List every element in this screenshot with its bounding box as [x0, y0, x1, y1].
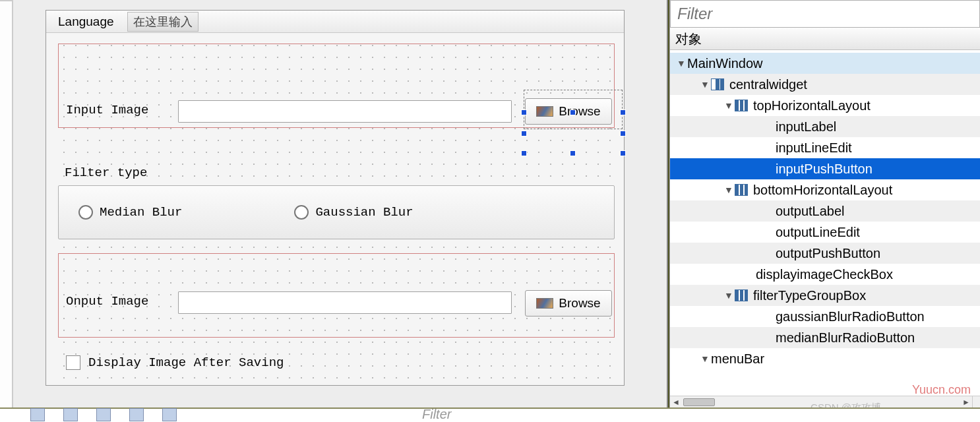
tree-row-inputLabel[interactable]: inputLabel [670, 116, 980, 137]
column-header-object[interactable]: 对象 [670, 28, 980, 50]
selection-outline [524, 90, 623, 129]
taskbar-icon[interactable] [162, 408, 177, 421]
menu-type-here[interactable]: 在这里输入 [127, 12, 199, 32]
gaussian-blur-radio[interactable]: Gaussian Blur [294, 205, 413, 220]
median-blur-radio[interactable]: Median Blur [78, 205, 182, 220]
tree-row-bottomHorizontalLayout[interactable]: ▼ bottomHorizontalLayout [670, 179, 980, 200]
taskbar-icon[interactable] [129, 408, 144, 421]
object-inspector[interactable]: 对象 ▼ MainWindow ▼ centralwidget ▼ topHor… [669, 0, 980, 407]
tree-row-menuBar[interactable]: ▼ menuBar [670, 348, 980, 369]
scroll-left-icon[interactable]: ◄ [670, 397, 682, 407]
menu-bar[interactable]: Language 在这里输入 [46, 11, 624, 33]
tree-row-displayimageCheckBox[interactable]: displayimageCheckBox [670, 264, 980, 285]
tree-row-outputPushButton[interactable]: outputPushButton [670, 243, 980, 264]
object-tree[interactable]: ▼ MainWindow ▼ centralwidget ▼ topHorizo… [670, 53, 980, 396]
main-window-form[interactable]: Language 在这里输入 Input Image Browse [46, 10, 625, 386]
median-blur-label: Median Blur [100, 205, 182, 220]
tree-row-centralwidget[interactable]: ▼ centralwidget [670, 74, 980, 95]
expander-icon[interactable]: ▼ [723, 185, 735, 195]
taskbar-icon[interactable] [30, 408, 45, 421]
tree-row-medianBlurRadioButton[interactable]: medianBlurRadioButton [670, 327, 980, 348]
expander-icon[interactable]: ▼ [723, 290, 735, 301]
output-line-edit[interactable] [178, 291, 512, 314]
tree-row-gaussianBlurRadioButton[interactable]: gaussianBlurRadioButton [670, 306, 980, 327]
radio-icon [78, 205, 93, 220]
tree-row-filterTypeGroupBox[interactable]: ▼ filterTypeGroupBox [670, 285, 980, 306]
left-gutter [0, 0, 13, 407]
image-icon [536, 298, 553, 309]
filter-type-groupbox[interactable]: Median Blur Gaussian Blur [58, 185, 615, 239]
checkbox-icon [66, 355, 80, 370]
gaussian-blur-label: Gaussian Blur [315, 205, 413, 220]
tree-row-outputLineEdit[interactable]: outputLineEdit [670, 222, 980, 243]
browse-label: Browse [559, 296, 600, 311]
tree-row-inputLineEdit[interactable]: inputLineEdit [670, 137, 980, 158]
tree-row-mainwindow[interactable]: ▼ MainWindow [670, 53, 980, 74]
filter-input[interactable] [670, 0, 980, 28]
radio-icon [294, 205, 309, 220]
tree-row-outputLabel[interactable]: outputLabel [670, 200, 980, 222]
output-push-button[interactable]: Browse [525, 290, 612, 316]
watermark: Yuucn.com [912, 383, 971, 397]
taskbar-icon[interactable] [96, 408, 111, 421]
bottom-filter-text: Filter [422, 407, 451, 422]
tree-row-inputPushButton[interactable]: inputPushButton [670, 158, 980, 179]
filter-type-label: Filter type [65, 166, 147, 180]
hlayout-icon [735, 289, 748, 301]
taskbar-icon[interactable] [63, 408, 78, 421]
display-image-label: Display Image After Saving [88, 355, 284, 370]
app-frame: Language 在这里输入 Input Image Browse [0, 0, 980, 422]
input-label: Input Image [66, 103, 148, 117]
input-line-edit[interactable] [178, 100, 512, 123]
scroll-corner [972, 396, 980, 407]
scroll-thumb[interactable] [683, 398, 715, 406]
output-label: Onput Image [66, 294, 148, 309]
expander-icon[interactable]: ▼ [699, 79, 711, 90]
scroll-right-icon[interactable]: ► [960, 397, 972, 407]
expander-icon[interactable]: ▼ [675, 58, 687, 69]
expander-icon[interactable]: ▼ [723, 100, 735, 111]
taskbar: Filter [0, 407, 980, 422]
tree-row-topHorizontalLayout[interactable]: ▼ topHorizontalLayout [670, 95, 980, 116]
taskbar-icons [30, 407, 177, 422]
hlayout-icon [735, 100, 748, 111]
menu-language[interactable]: Language [58, 15, 114, 29]
widget-icon [711, 78, 724, 90]
hlayout-icon [735, 184, 748, 196]
expander-icon[interactable]: ▼ [699, 353, 711, 364]
designer-canvas[interactable]: Language 在这里输入 Input Image Browse [13, 0, 668, 407]
display-image-checkbox[interactable]: Display Image After Saving [66, 355, 284, 370]
